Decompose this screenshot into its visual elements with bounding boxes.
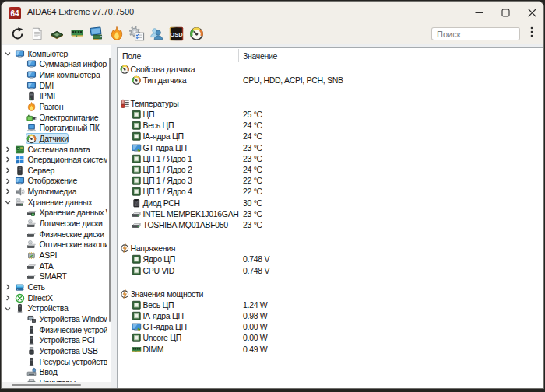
chevron-down-icon[interactable]: [3, 303, 12, 314]
sidebar-item-системная-плата[interactable]: Системная плата: [2, 144, 107, 155]
sensor-row-value: 0.00 W: [243, 333, 267, 343]
sensor-row[interactable]: ЦП 1 / Ядро 123 °C: [118, 153, 543, 164]
sidebar-item-dmi[interactable]: DMI: [2, 80, 107, 91]
toolbar-button-osd-panel[interactable]: OSD: [167, 25, 185, 43]
sidebar-item-ipmi[interactable]: IPMI: [2, 91, 107, 102]
sensor-group-header[interactable]: Напряжения: [118, 243, 543, 254]
sidebar-item-устройства-usb[interactable]: Устройства USB: [2, 345, 107, 356]
sensor-row[interactable]: GT-ядра ЦП0.00 W: [118, 321, 543, 332]
sensor-row[interactable]: INTEL MEMPEK1J016GAH23 °C: [118, 208, 543, 219]
chevron-right-icon[interactable]: [3, 282, 12, 292]
sensor-group-header[interactable]: Значения мощности: [118, 289, 543, 299]
toolbar-button-devices[interactable]: [88, 25, 106, 43]
sensor-row[interactable]: IA-ядра ЦП24 °C: [118, 131, 543, 142]
sidebar-item-aspi[interactable]: ASPI: [2, 250, 107, 261]
sensor-row-value: CPU, HDD, ACPI, PCH, SNB: [243, 75, 343, 86]
toolbar-button-sensor-panel[interactable]: [188, 25, 206, 43]
toolbar-button-report[interactable]: [28, 25, 46, 43]
toolbar-button-benchmark[interactable]: [108, 25, 126, 43]
sensor-row[interactable]: ЦП 1 / Ядро 322 °C: [118, 175, 543, 186]
sidebar-item-электропитание[interactable]: Электропитание: [2, 112, 107, 123]
sidebar-item-smart[interactable]: SMART: [2, 271, 107, 282]
toolbar-button-cpuid[interactable]: [48, 25, 66, 43]
sensor-row[interactable]: Весь ЦП1.24 W: [118, 299, 543, 310]
sidebar-item-label: Физические диски: [40, 229, 104, 240]
sensor-row-label: ЦП 1 / Ядро 1: [143, 154, 192, 164]
chevron-right-icon[interactable]: [3, 292, 12, 303]
sidebar-item-label: Электропитание: [40, 113, 99, 123]
sidebar-item-оптические-накопит[interactable]: Оптические накопит: [2, 240, 107, 250]
sidebar-item-label: Отображение: [28, 176, 77, 186]
disk-cd-icon: [26, 219, 37, 229]
sidebar-item-мультимедиа[interactable]: Мультимедиа: [2, 187, 107, 198]
sidebar-item-датчики[interactable]: Датчики: [2, 133, 107, 144]
chevron-down-icon[interactable]: [3, 197, 12, 208]
toolbar-button-memory[interactable]: [68, 25, 86, 43]
sensor-row[interactable]: TOSHIBA MQ01ABF05023 °C: [118, 219, 543, 230]
column-header-field[interactable]: Поле: [122, 51, 141, 61]
sidebar-item-портативный-пк[interactable]: Портативный ПК: [2, 123, 107, 134]
column-separator[interactable]: [238, 49, 239, 62]
users-icon: [149, 26, 164, 41]
column-header-value[interactable]: Значение: [243, 51, 277, 61]
sidebar-item-ata[interactable]: ATA: [2, 261, 107, 271]
sensor-row[interactable]: CPU VID0.748 V: [118, 265, 543, 276]
sensor-row[interactable]: ЦП 1 / Ядро 224 °C: [118, 164, 543, 175]
chevron-right-icon[interactable]: [3, 165, 12, 176]
sidebar-item-хранение-данных-wi[interactable]: Хранение данных Wi: [2, 208, 107, 219]
cpu-die-icon: [132, 311, 142, 321]
sidebar-item-label: ATA: [40, 261, 54, 271]
sidebar-item-ресурсы-устройств[interactable]: Ресурсы устройств: [2, 356, 107, 367]
sensor-row[interactable]: Uncore ЦП0.00 W: [118, 332, 543, 343]
bolt-circle-icon: [120, 243, 130, 254]
toolbar-overflow-button[interactable]: [525, 25, 539, 42]
sidebar-item-имя-компьютера[interactable]: Имя компьютера: [2, 69, 107, 80]
sensor-group-header[interactable]: Свойства датчика: [118, 64, 543, 75]
sensor-row[interactable]: DIMM0.49 W: [118, 344, 543, 355]
sensor-row[interactable]: GT-ядра ЦП23 °C: [118, 142, 543, 153]
toolbar-button-preferences[interactable]: [128, 25, 146, 43]
sidebar-item-устройства[interactable]: Устройства: [2, 303, 107, 314]
chevron-down-icon[interactable]: [3, 48, 12, 59]
sensor-row[interactable]: Тип датчикаCPU, HDD, ACPI, PCH, SNB: [118, 75, 543, 86]
close-button[interactable]: [523, 5, 540, 20]
chevron-right-icon[interactable]: [3, 144, 12, 155]
toolbar-button-user[interactable]: [148, 25, 166, 43]
sidebar-item-логические-диски[interactable]: Логические диски: [2, 219, 107, 229]
sidebar-item-физические-устройс[interactable]: Физические устройс: [2, 324, 107, 335]
sidebar-item-отображение[interactable]: Отображение: [2, 176, 107, 187]
sidebar-item-разгон[interactable]: Разгон: [2, 101, 107, 112]
maximize-button[interactable]: [497, 5, 514, 20]
sidebar-horizontal-scrollbar[interactable]: [12, 384, 81, 387]
sidebar-item-физические-диски[interactable]: Физические диски: [2, 229, 107, 240]
sidebar-item-компьютер[interactable]: Компьютер: [2, 48, 107, 59]
sensor-row-value: 0.49 W: [243, 345, 267, 355]
sensor-row[interactable]: Ядро ЦП0.748 V: [118, 254, 543, 264]
sidebar-item-сервер[interactable]: Сервер: [2, 165, 107, 176]
sidebar-item-сеть[interactable]: Сеть: [2, 282, 107, 292]
sensor-group-header[interactable]: Температуры: [118, 98, 543, 109]
sensor-row[interactable]: ЦП25 °C: [118, 109, 543, 120]
sidebar-item-суммарная-информ[interactable]: Суммарная информ: [2, 59, 107, 70]
sensor-row-value: 23 °C: [243, 220, 262, 230]
minimize-button[interactable]: [470, 5, 487, 20]
chevron-right-icon[interactable]: [3, 176, 12, 187]
chevron-right-icon[interactable]: [3, 155, 12, 166]
sensor-row-label: INTEL MEMPEK1J016GAH: [143, 209, 239, 219]
sidebar-vertical-scrollbar[interactable]: [109, 58, 111, 322]
sensor-row[interactable]: ЦП 1 / Ядро 422 °C: [118, 186, 543, 197]
sensor-row[interactable]: Диод PCH30 °C: [118, 198, 543, 208]
sidebar-item-ввод[interactable]: Ввод: [2, 367, 107, 378]
search-input[interactable]: [431, 27, 520, 40]
chevron-right-icon[interactable]: [3, 187, 12, 198]
app-logo-icon: 64: [9, 7, 21, 19]
sensor-row[interactable]: IA-ядра ЦП0.98 W: [118, 310, 543, 321]
sidebar-item-операционная-система[interactable]: Операционная система: [2, 155, 107, 166]
sidebar-item-устройства-windows[interactable]: Устройства Windows: [2, 313, 107, 324]
toolbar-button-refresh[interactable]: [9, 25, 26, 43]
column-separator-end[interactable]: [466, 49, 466, 62]
sidebar-item-хранение-данных[interactable]: Хранение данных: [2, 197, 107, 208]
sidebar-item-устройства-pci[interactable]: Устройства PCI: [2, 335, 107, 346]
sensor-row[interactable]: Весь ЦП24 °C: [118, 120, 543, 131]
sidebar-item-directx[interactable]: DirectX: [2, 292, 107, 303]
